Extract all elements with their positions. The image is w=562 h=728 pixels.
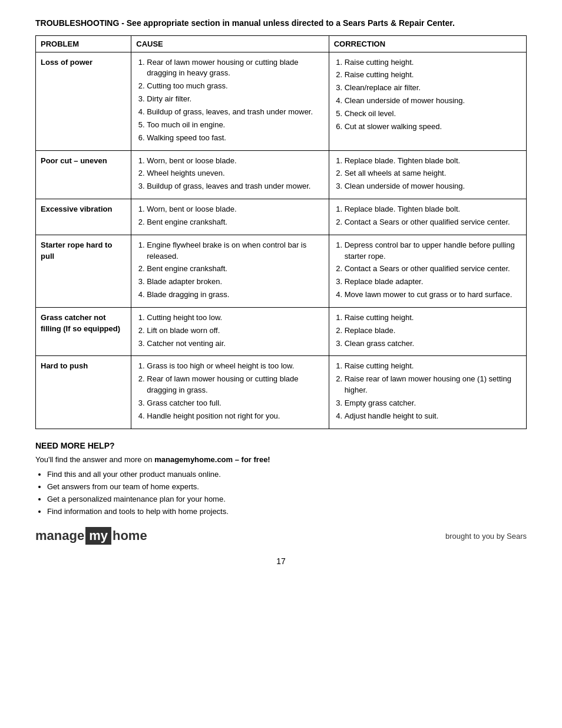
correction-item: Empty grass catcher. [345, 398, 521, 409]
need-help-bullet: Get a personalized maintenance plan for … [47, 493, 527, 506]
need-help-section: NEED MORE HELP? You'll find the answer a… [35, 441, 527, 518]
correction-item: Depress control bar to upper handle befo… [345, 240, 521, 262]
correction-item: Raise cutting height. [345, 361, 521, 372]
correction-item: Contact a Sears or other qualified servi… [345, 263, 521, 275]
table-row: Excessive vibrationWorn, bent or loose b… [36, 199, 527, 235]
correction-item: Clean/replace air filter. [345, 83, 521, 94]
correction-item: Replace blade. [345, 325, 521, 337]
table-row: Grass catcher not filling (If so equippe… [36, 307, 527, 356]
correction-item: Raise rear of lawn mower housing one (1)… [345, 374, 521, 396]
logo-home: home [113, 528, 147, 543]
cause-item: Cutting height too low. [147, 312, 323, 324]
cause-item: Cutting too much grass. [147, 81, 323, 92]
cause-item: Worn, bent or loose blade. [147, 204, 323, 215]
correction-item: Replace blade adapter. [345, 276, 521, 288]
troubleshooting-table: PROBLEM CAUSE CORRECTION Loss of powerRe… [35, 35, 527, 429]
cause-item: Grass is too high or wheel height is too… [147, 361, 323, 372]
cause-cell: Worn, bent or loose blade.Bent engine cr… [131, 199, 329, 235]
cause-item: Buildup of grass, leaves, and trash unde… [147, 107, 323, 118]
page-header: TROUBLESHOOTING - See appropriate sectio… [35, 18, 527, 29]
cause-item: Rear of lawn mower housing or cutting bl… [147, 374, 323, 396]
cause-cell: Worn, bent or loose blade.Wheel heights … [131, 150, 329, 199]
table-row: Starter rope hard to pullEngine flywheel… [36, 235, 527, 307]
need-help-bullet: Find information and tools to help with … [47, 506, 527, 518]
cause-item: Too much oil in engine. [147, 120, 323, 131]
need-help-title: NEED MORE HELP? [35, 441, 527, 450]
cause-item: Engine flywheel brake is on when control… [147, 240, 323, 262]
col-cause: CAUSE [131, 35, 329, 52]
brought-by-text: brought to you by Sears [445, 532, 527, 541]
cause-item: Bent engine crankshaft. [147, 217, 323, 228]
cause-item: Walking speed too fast. [147, 133, 323, 144]
correction-item: Raise cutting height. [345, 57, 521, 68]
problem-cell: Loss of power [36, 52, 131, 150]
correction-item: Adjust handle height to suit. [345, 411, 521, 422]
problem-cell: Excessive vibration [36, 199, 131, 235]
need-help-bullet: Find this and all your other product man… [47, 469, 527, 481]
cause-cell: Rear of lawn mower housing or cutting bl… [131, 52, 329, 150]
logo: manage my home [35, 527, 147, 545]
problem-cell: Hard to push [36, 356, 131, 429]
cause-item: Blade adapter broken. [147, 276, 323, 288]
correction-cell: Replace blade. Tighten blade bolt.Contac… [329, 199, 526, 235]
need-help-intro: You'll find the answer and more on manag… [35, 454, 527, 466]
correction-item: Raise cutting height. [345, 70, 521, 81]
correction-item: Clean grass catcher. [345, 338, 521, 350]
cause-cell: Grass is too high or wheel height is too… [131, 356, 329, 429]
cause-cell: Engine flywheel brake is on when control… [131, 235, 329, 307]
correction-item: Clean underside of mower housing. [345, 95, 521, 107]
correction-cell: Replace blade. Tighten blade bolt.Set al… [329, 150, 526, 199]
correction-item: Check oil level. [345, 108, 521, 120]
correction-cell: Raise cutting height.Raise cutting heigh… [329, 52, 526, 150]
logo-manage: manage [35, 528, 84, 543]
col-correction: CORRECTION [329, 35, 526, 52]
cause-item: Bent engine crankshaft. [147, 263, 323, 275]
need-help-list: Find this and all your other product man… [47, 469, 527, 518]
table-row: Loss of powerRear of lawn mower housing … [36, 52, 527, 150]
footer: manage my home brought to you by Sears [35, 527, 527, 545]
cause-item: Handle height position not right for you… [147, 411, 323, 422]
correction-item: Raise cutting height. [345, 312, 521, 324]
cause-item: Catcher not venting air. [147, 338, 323, 350]
cause-item: Blade dragging in grass. [147, 289, 323, 301]
correction-cell: Raise cutting height.Raise rear of lawn … [329, 356, 526, 429]
cause-item: Wheel heights uneven. [147, 168, 323, 179]
table-row: Poor cut – unevenWorn, bent or loose bla… [36, 150, 527, 199]
correction-cell: Raise cutting height.Replace blade.Clean… [329, 307, 526, 356]
problem-cell: Grass catcher not filling (If so equippe… [36, 307, 131, 356]
correction-item: Move lawn mower to cut grass or to hard … [345, 289, 521, 301]
correction-item: Set all wheels at same height. [345, 168, 521, 179]
correction-cell: Depress control bar to upper handle befo… [329, 235, 526, 307]
col-problem: PROBLEM [36, 35, 131, 52]
cause-item: Lift on blade worn off. [147, 325, 323, 337]
cause-cell: Cutting height too low.Lift on blade wor… [131, 307, 329, 356]
need-help-bullet: Get answers from our team of home expert… [47, 481, 527, 493]
logo-my: my [85, 527, 111, 545]
correction-item: Replace blade. Tighten blade bolt. [345, 204, 521, 215]
correction-item: Contact a Sears or other qualified servi… [345, 217, 521, 228]
problem-cell: Starter rope hard to pull [36, 235, 131, 307]
problem-cell: Poor cut – uneven [36, 150, 131, 199]
cause-item: Grass catcher too full. [147, 398, 323, 409]
cause-item: Dirty air filter. [147, 94, 323, 105]
page-number: 17 [35, 556, 527, 566]
cause-item: Buildup of grass, leaves and trash under… [147, 181, 323, 192]
correction-item: Cut at slower walking speed. [345, 121, 521, 133]
correction-item: Replace blade. Tighten blade bolt. [345, 156, 521, 167]
cause-item: Rear of lawn mower housing or cutting bl… [147, 57, 323, 80]
table-row: Hard to pushGrass is too high or wheel h… [36, 356, 527, 429]
correction-item: Clean underside of mower housing. [345, 181, 521, 192]
cause-item: Worn, bent or loose blade. [147, 156, 323, 167]
